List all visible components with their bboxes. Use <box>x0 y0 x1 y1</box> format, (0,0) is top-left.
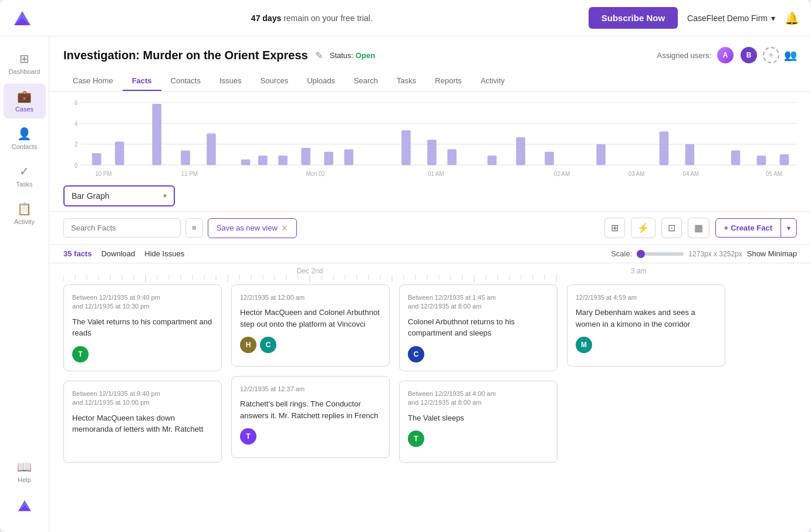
svg-text:04 AM: 04 AM <box>683 170 700 177</box>
logo-bottom-icon <box>16 497 33 517</box>
fact-text: The Valet sleeps <box>408 412 549 424</box>
create-fact-button[interactable]: + Create Fact ▾ <box>715 218 797 238</box>
fact-avatars: T <box>408 431 549 447</box>
avatar-M: M <box>576 337 592 353</box>
search-facts-input[interactable] <box>63 218 181 238</box>
fact-card[interactable]: Between 12/2/1935 at 1:45 am and 12/2/19… <box>399 284 557 371</box>
fact-card[interactable]: 12/2/1935 at 4:59 am Mary Debenham wakes… <box>567 284 725 367</box>
svg-rect-28 <box>731 151 741 165</box>
tab-sources[interactable]: Sources <box>251 72 298 91</box>
svg-rect-27 <box>685 144 695 165</box>
create-fact-main[interactable]: + Create Fact <box>716 219 781 237</box>
svg-rect-23 <box>516 137 525 165</box>
scale-label: Scale: <box>611 249 632 258</box>
facts-bar: 35 facts Download Hide Issues Scale: 127… <box>49 245 811 263</box>
tab-case-home[interactable]: Case Home <box>63 72 123 91</box>
svg-rect-10 <box>152 104 161 165</box>
notification-bell-icon[interactable]: 🔔 <box>785 11 799 25</box>
fact-card[interactable]: Between 12/1/1935 at 9:40 pm and 12/1/19… <box>63 284 222 371</box>
tab-tasks[interactable]: Tasks <box>387 72 425 91</box>
avatar-H: H <box>240 337 256 353</box>
sidebar-item-help[interactable]: 📖 Help <box>4 454 46 489</box>
tab-issues[interactable]: Issues <box>210 72 251 91</box>
save-view-button[interactable]: Save as new view ✕ <box>208 218 297 238</box>
svg-rect-11 <box>181 151 190 165</box>
avatar-1: A <box>716 46 735 65</box>
fact-date: Between 12/1/1935 at 9:40 pm and 12/1/19… <box>72 389 213 408</box>
svg-rect-15 <box>278 155 288 165</box>
timeline-col-spacer2 <box>392 267 556 275</box>
filter-button[interactable]: ≡ <box>185 218 203 238</box>
fact-card[interactable]: Between 12/2/1935 at 4:00 am and 12/2/19… <box>399 381 557 463</box>
case-title: Investigation: Murder on the Orient Expr… <box>63 49 308 62</box>
timeline-area[interactable]: Dec 2nd 3 am <box>49 263 811 532</box>
tasks-icon: ✓ <box>19 164 29 178</box>
users-icon[interactable]: 👥 <box>784 49 797 62</box>
fact-avatars: T <box>72 346 213 362</box>
tick-row <box>63 275 797 282</box>
svg-text:05 AM: 05 AM <box>766 170 782 177</box>
avatar-T3: T <box>408 431 424 447</box>
svg-rect-17 <box>324 152 333 165</box>
svg-rect-19 <box>401 130 411 165</box>
fact-card[interactable]: Between 12/1/1935 at 9:40 pm and 12/1/19… <box>63 381 222 463</box>
sidebar-item-cases[interactable]: 💼 Cases <box>4 83 46 118</box>
avatar-C: C <box>260 337 276 353</box>
svg-rect-9 <box>115 142 124 165</box>
svg-text:2: 2 <box>75 141 78 148</box>
download-button[interactable]: Download <box>101 249 135 258</box>
subscribe-button[interactable]: Subscribe Now <box>589 7 678 29</box>
add-user-button[interactable]: + <box>763 47 779 63</box>
sidebar-item-tasks[interactable]: ✓ Tasks <box>4 158 46 194</box>
tab-facts[interactable]: Facts <box>123 72 161 91</box>
sidebar-label-activity: Activity <box>14 218 35 225</box>
case-header: Investigation: Murder on the Orient Expr… <box>49 36 811 92</box>
grid-button[interactable]: ▦ <box>688 218 709 238</box>
timeline-column-1: Between 12/1/1935 at 9:40 pm and 12/1/19… <box>63 284 222 463</box>
activity-chart: 6 4 2 0 <box>63 96 797 178</box>
sidebar-label-tasks: Tasks <box>16 181 32 188</box>
scale-slider[interactable] <box>637 252 684 256</box>
case-status: Status: Open <box>330 51 375 60</box>
fact-card[interactable]: 12/2/1935 at 12:00 am Hector MacQueen an… <box>231 284 390 367</box>
svg-rect-29 <box>757 155 766 165</box>
sidebar-item-activity[interactable]: 📋 Activity <box>4 196 46 231</box>
svg-rect-25 <box>596 144 606 165</box>
sidebar-item-contacts[interactable]: 👤 Contacts <box>4 121 46 156</box>
sidebar-label-cases: Cases <box>15 106 33 113</box>
tab-contacts[interactable]: Contacts <box>161 72 210 91</box>
show-minimap-button[interactable]: Show Minimap <box>747 249 797 258</box>
svg-text:10 PM: 10 PM <box>95 170 111 177</box>
sidebar-item-dashboard[interactable]: ⊞ Dashboard <box>4 46 46 81</box>
hide-issues-button[interactable]: Hide Issues <box>144 249 184 258</box>
sidebar-top: ⊞ Dashboard 💼 Cases 👤 Contacts ✓ Tasks 📋 <box>0 46 49 231</box>
trial-message: 47 days remain on your free trial. <box>251 13 373 23</box>
fact-text: Mary Debenham wakes and sees a women in … <box>576 307 717 330</box>
search-filter-row: ≡ Save as new view ✕ ⊞ ⚡ ⊡ <box>49 212 811 245</box>
tab-reports[interactable]: Reports <box>425 72 471 91</box>
tab-uploads[interactable]: Uploads <box>298 72 344 91</box>
bolt-button[interactable]: ⚡ <box>631 218 655 238</box>
fact-card[interactable]: 12/2/1935 at 12:37 am Ratchett's bell ri… <box>231 376 390 458</box>
timeline-col-spacer <box>63 267 228 275</box>
fact-avatars: C <box>408 346 549 362</box>
layout-button[interactable]: ⊡ <box>661 218 682 238</box>
graph-type-select[interactable]: Bar Graph ▾ <box>63 185 175 206</box>
case-title-group: Investigation: Murder on the Orient Expr… <box>63 49 375 62</box>
activity-icon: 📋 <box>17 202 32 216</box>
create-fact-dropdown-icon[interactable]: ▾ <box>781 219 796 237</box>
sidebar-item-logo-bottom[interactable] <box>4 492 46 523</box>
trial-days: 47 days <box>251 13 281 23</box>
svg-rect-13 <box>241 160 251 165</box>
svg-rect-12 <box>207 134 216 165</box>
svg-text:4: 4 <box>75 120 78 127</box>
tab-activity[interactable]: Activity <box>471 72 514 91</box>
status-open-label: Open <box>356 51 375 60</box>
svg-rect-14 <box>258 155 268 165</box>
edit-case-icon[interactable]: ✎ <box>315 50 323 61</box>
tab-search[interactable]: Search <box>344 72 387 91</box>
fact-date: Between 12/1/1935 at 9:40 pm and 12/1/19… <box>72 293 213 311</box>
book-view-button[interactable]: ⊞ <box>604 218 625 238</box>
firm-name-dropdown[interactable]: CaseFleet Demo Firm ▾ <box>687 13 775 23</box>
save-view-close-icon[interactable]: ✕ <box>281 223 288 233</box>
